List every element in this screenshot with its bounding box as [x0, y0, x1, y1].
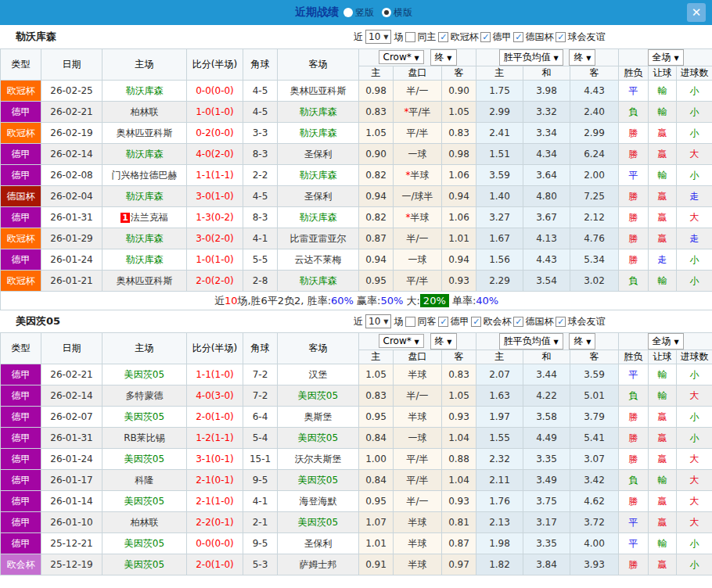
result-handicap: 贏 [649, 491, 677, 512]
avg-draw: 3.98 [523, 81, 570, 102]
result-handicap: 贏 [649, 512, 677, 533]
mean-select[interactable]: 胜平负均值 ▼ [499, 333, 563, 350]
corners: 7-2 [243, 385, 278, 407]
result-outcome: 負 [619, 102, 649, 123]
league-checkbox-0[interactable]: 德甲 [438, 315, 469, 328]
col-away: 客场 [278, 333, 359, 364]
avg-home: 1.51 [476, 144, 523, 165]
match-row: 德甲26-01-14美因茨052-1(1-0)4-1海登海默0.95半/一0.9… [1, 491, 712, 512]
radio-horizontal-layout[interactable]: 横版 [382, 6, 412, 20]
corners: 5-4 [243, 428, 278, 449]
match-date: 26-02-25 [41, 81, 102, 102]
fulltime-select[interactable]: 全场 ▼ [648, 49, 684, 66]
titlebar: 近期战绩 竖版 横版 ✕ [0, 0, 712, 25]
score: 2-1(1-0) [187, 491, 243, 512]
odds-away: 0.83 [442, 123, 476, 144]
home-team: 1法兰克福 [102, 207, 187, 228]
same-away-checkbox[interactable]: 同客 [405, 315, 436, 328]
odds-away: 0.93 [442, 407, 476, 428]
away-team: 奥斯堡 [278, 407, 359, 428]
odds-away: 0.81 [442, 512, 476, 533]
match-date: 25-12-19 [41, 554, 102, 575]
match-date: 26-01-29 [41, 228, 102, 249]
avg-draw: 4.13 [523, 228, 570, 249]
odds-time-select[interactable]: 终 ▼ [430, 333, 457, 350]
result-handicap: 輸 [649, 364, 677, 385]
games-label: 场 [394, 315, 403, 328]
mean-time-select[interactable]: 终 ▼ [569, 333, 595, 350]
odds-time-select[interactable]: 终 ▼ [430, 49, 457, 66]
result-outcome: 勝 [619, 407, 649, 428]
result-outcome: 勝 [619, 249, 649, 271]
league-checkbox-2[interactable]: 德国杯 [513, 30, 553, 44]
match-row: 德甲26-02-21柏林联1-0(1-0)4-5勒沃库森0.83*平/半1.05… [1, 102, 712, 123]
match-date: 26-01-14 [41, 491, 102, 512]
bookmaker-select[interactable]: Crow* ▼ [379, 334, 424, 348]
avg-away: 6.24 [570, 144, 619, 165]
mean-select[interactable]: 胜平负均值 ▼ [499, 49, 563, 66]
handicap: 平/半 [394, 449, 442, 470]
radio-horizontal-label: 横版 [394, 6, 412, 20]
match-row: 德甲26-01-31RB莱比锡1-2(1-1)5-4美因茨050.84一球1.0… [1, 428, 712, 449]
odds-away: 0.90 [442, 81, 476, 102]
score: 2-0(2-0) [187, 271, 243, 292]
league-checkbox-1[interactable]: 德甲 [480, 30, 511, 44]
avg-away: 4.76 [570, 228, 619, 249]
result-handicap: 輸 [649, 102, 677, 123]
corners: 4-1 [243, 228, 278, 249]
league-badge: 德甲 [1, 144, 41, 165]
sub-col-odds-away: 客 [442, 350, 476, 364]
handicap: 半球 [394, 554, 442, 575]
result-handicap: 輸 [649, 533, 677, 554]
same-home-checkbox[interactable]: 同主 [405, 30, 436, 44]
odds-away: 1.04 [442, 470, 476, 491]
avg-away: 3.79 [570, 407, 619, 428]
radio-vertical-layout[interactable]: 竖版 [343, 6, 374, 20]
result-goals: 小 [677, 102, 712, 123]
avg-away: 4.62 [570, 491, 619, 512]
league-checkbox-0[interactable]: 欧冠杯 [438, 30, 478, 44]
score: 1-2(1-1) [187, 428, 243, 449]
radio-vertical-label: 竖版 [355, 6, 374, 20]
filter-bar: 近 10▼ 场 同主 欧冠杯 德甲 德国杯 球会友谊 [354, 30, 605, 44]
league-checkbox-3[interactable]: 球会友谊 [556, 315, 605, 328]
handicap: 一球 [394, 428, 442, 449]
mean-time-select[interactable]: 终 ▼ [569, 49, 595, 66]
league-checkbox-3[interactable]: 球会友谊 [556, 30, 605, 44]
handicap: 半球 [394, 512, 442, 533]
avg-home: 2.11 [476, 470, 523, 491]
result-outcome: 勝 [619, 123, 649, 144]
away-team: 美因茨05 [278, 470, 359, 491]
odds-home: 0.82 [359, 165, 394, 186]
match-date: 26-02-19 [41, 123, 102, 144]
result-outcome: 勝 [619, 449, 649, 470]
result-handicap: 贏 [649, 207, 677, 228]
league-checkbox-2[interactable]: 德国杯 [513, 315, 553, 328]
match-row: 欧冠杯26-01-29勒沃库森3-0(2-0)4-1比雷亚雷亚尔0.87半/一1… [1, 228, 712, 249]
league-badge: 欧冠杯 [1, 81, 41, 102]
avg-draw: 3.67 [523, 207, 570, 228]
score: 0-2(0-0) [187, 123, 243, 144]
league-badge: 德甲 [1, 102, 41, 123]
score: 1-3(0-2) [187, 207, 243, 228]
away-team: 圣保利 [278, 186, 359, 207]
result-handicap: 輸 [649, 165, 677, 186]
score: 1-1(1-1) [187, 165, 243, 186]
away-team: 勒沃库森 [278, 102, 359, 123]
home-team: 柏林联 [102, 102, 187, 123]
odds-home: 0.82 [359, 207, 394, 228]
match-count-select[interactable]: 10▼ [365, 30, 391, 44]
close-button[interactable]: ✕ [687, 3, 706, 22]
avg-draw: 4.43 [523, 249, 570, 271]
avg-away: 4.00 [570, 533, 619, 554]
home-team: 奥林匹亚科斯 [102, 271, 187, 292]
bookmaker-select[interactable]: Crow* ▼ [379, 50, 424, 64]
odds-home: 0.94 [359, 186, 394, 207]
league-checkbox-1[interactable]: 欧会杯 [471, 315, 511, 328]
odds-home: 0.95 [359, 407, 394, 428]
fulltime-select[interactable]: 全场 ▼ [648, 333, 684, 350]
odds-away: 0.98 [442, 144, 476, 165]
section-header-leverkusen: 勒沃库森 近 10▼ 场 同主 欧冠杯 德甲 德国杯 球会友谊 [0, 25, 712, 48]
match-count-select[interactable]: 10▼ [365, 314, 391, 328]
result-goals: 大 [677, 449, 712, 470]
